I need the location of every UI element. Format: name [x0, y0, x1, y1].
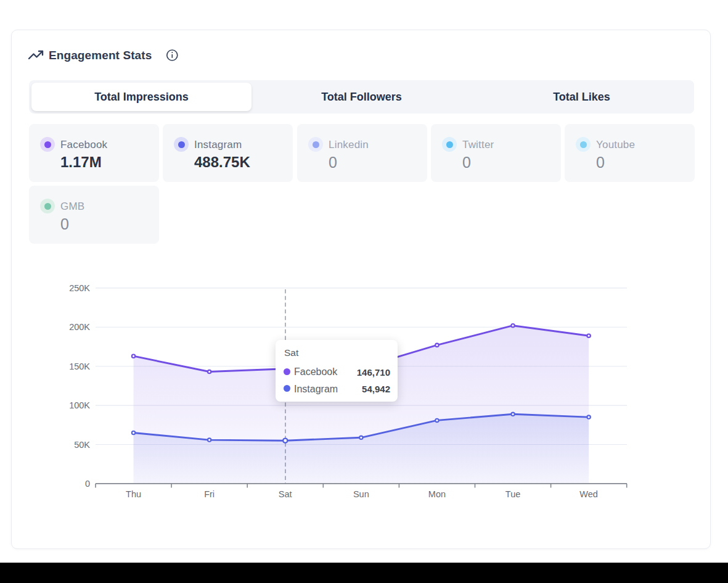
svg-text:Sat: Sat — [279, 489, 292, 499]
svg-text:Sun: Sun — [353, 489, 369, 499]
svg-text:Tue: Tue — [505, 489, 520, 499]
svg-text:Fri: Fri — [204, 489, 215, 499]
svg-text:Thu: Thu — [126, 489, 141, 499]
svg-text:200K: 200K — [69, 322, 90, 332]
svg-text:50K: 50K — [74, 440, 90, 450]
svg-text:0: 0 — [85, 479, 90, 489]
svg-text:Wed: Wed — [579, 489, 598, 499]
svg-text:Mon: Mon — [428, 489, 446, 499]
svg-text:150K: 150K — [69, 362, 90, 371]
svg-text:250K: 250K — [69, 283, 90, 293]
svg-text:100K: 100K — [69, 400, 90, 410]
